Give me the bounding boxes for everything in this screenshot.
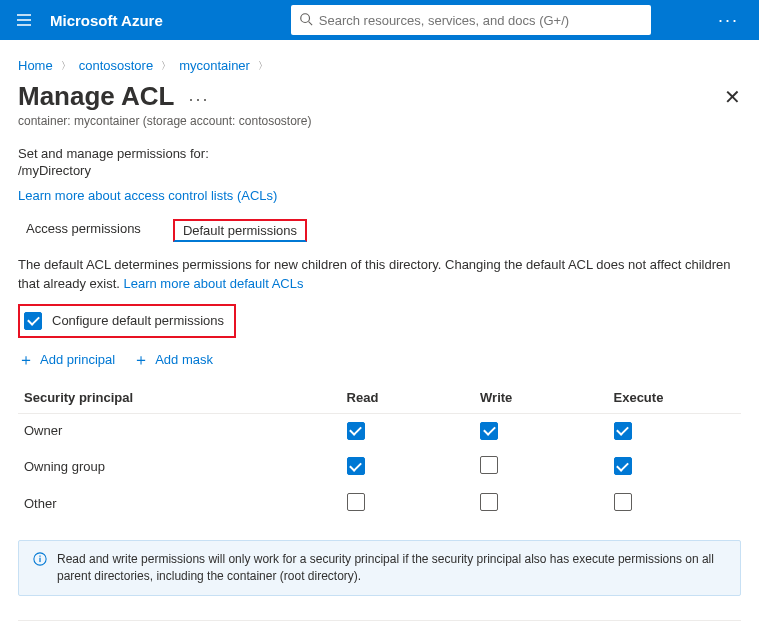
plus-icon: ＋ — [18, 352, 34, 368]
close-icon[interactable]: ✕ — [724, 87, 741, 107]
breadcrumb: Home 〉 contosostore 〉 mycontainer 〉 — [18, 58, 741, 73]
add-principal-label: Add principal — [40, 352, 115, 367]
tabs: Access permissions Default permissions — [18, 219, 741, 242]
col-principal: Security principal — [18, 382, 341, 414]
topbar-more-icon[interactable]: ··· — [706, 10, 751, 31]
configure-default-label: Configure default permissions — [52, 313, 224, 328]
tab-access-permissions[interactable]: Access permissions — [18, 219, 149, 242]
search-box[interactable] — [291, 5, 651, 35]
info-icon — [33, 552, 47, 586]
plus-icon: ＋ — [133, 352, 149, 368]
write-checkbox[interactable] — [480, 493, 498, 511]
chevron-right-icon: 〉 — [161, 59, 171, 73]
col-read: Read — [341, 382, 474, 414]
divider — [18, 620, 741, 621]
chevron-right-icon: 〉 — [258, 59, 268, 73]
info-box: Read and write permissions will only wor… — [18, 540, 741, 597]
title-bar: Manage ACL ··· ✕ — [18, 81, 741, 112]
brand-label: Microsoft Azure — [50, 12, 163, 29]
col-execute: Execute — [608, 382, 742, 414]
svg-line-1 — [308, 21, 312, 25]
info-text: Read and write permissions will only wor… — [57, 551, 726, 586]
permissions-table: Security principal Read Write Execute Ow… — [18, 382, 741, 522]
write-checkbox[interactable] — [480, 456, 498, 474]
title-more-icon[interactable]: ··· — [189, 89, 210, 110]
path-value: /myDirectory — [18, 163, 741, 178]
svg-point-0 — [301, 13, 310, 22]
add-principal-button[interactable]: ＋ Add principal — [18, 352, 115, 368]
write-checkbox[interactable] — [480, 422, 498, 440]
col-write: Write — [474, 382, 607, 414]
read-checkbox[interactable] — [347, 457, 365, 475]
execute-checkbox[interactable] — [614, 493, 632, 511]
learn-acls-link[interactable]: Learn more about access control lists (A… — [18, 188, 277, 203]
breadcrumb-store[interactable]: contosostore — [79, 58, 153, 73]
execute-checkbox[interactable] — [614, 422, 632, 440]
table-row: Owning group — [18, 448, 741, 485]
configure-default-row: Configure default permissions — [18, 304, 236, 338]
page-subtitle: container: mycontainer (storage account:… — [18, 114, 741, 128]
hamburger-menu-icon[interactable] — [8, 4, 40, 36]
default-description: The default ACL determines permissions f… — [18, 256, 741, 294]
read-checkbox[interactable] — [347, 493, 365, 511]
add-mask-label: Add mask — [155, 352, 213, 367]
search-input[interactable] — [319, 13, 643, 28]
table-row: Owner — [18, 413, 741, 448]
search-icon — [299, 12, 313, 29]
set-manage-label: Set and manage permissions for: — [18, 146, 741, 161]
svg-rect-3 — [39, 557, 40, 561]
execute-checkbox[interactable] — [614, 457, 632, 475]
breadcrumb-home[interactable]: Home — [18, 58, 53, 73]
configure-default-checkbox[interactable] — [24, 312, 42, 330]
top-bar: Microsoft Azure ··· — [0, 0, 759, 40]
table-row: Other — [18, 485, 741, 522]
read-checkbox[interactable] — [347, 422, 365, 440]
chevron-right-icon: 〉 — [61, 59, 71, 73]
tab-default-permissions[interactable]: Default permissions — [173, 219, 307, 242]
breadcrumb-container[interactable]: mycontainer — [179, 58, 250, 73]
page-title: Manage ACL — [18, 81, 175, 112]
add-mask-button[interactable]: ＋ Add mask — [133, 352, 213, 368]
principal-name: Owner — [18, 413, 341, 448]
principal-name: Other — [18, 485, 341, 522]
learn-default-link[interactable]: Learn more about default ACLs — [124, 276, 304, 291]
principal-name: Owning group — [18, 448, 341, 485]
svg-rect-4 — [39, 555, 40, 556]
